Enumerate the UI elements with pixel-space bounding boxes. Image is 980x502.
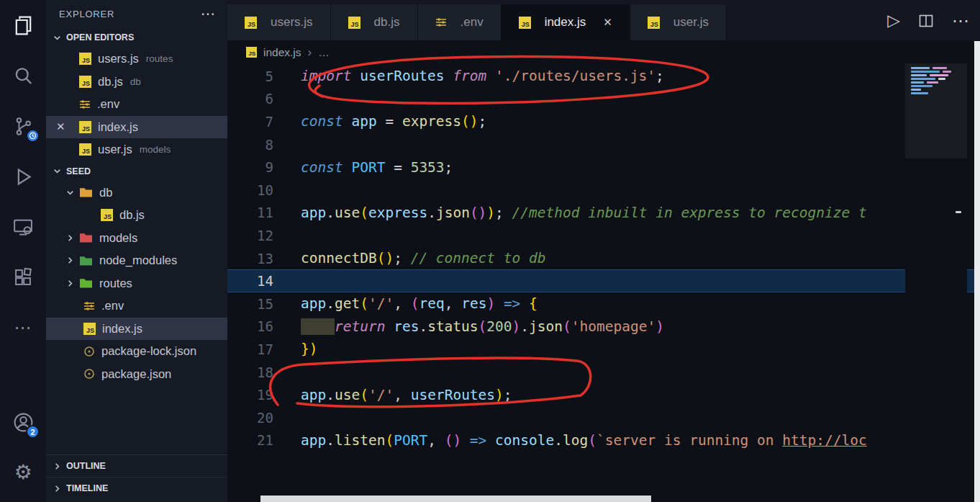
js-file-icon: JS (348, 17, 360, 29)
sidebar-header: EXPLORER ⋯ (46, 0, 227, 27)
chevron-right-icon (63, 255, 76, 266)
run-debug-icon[interactable] (0, 151, 46, 202)
gear-icon: ⚙ (14, 462, 32, 483)
tab-db.js[interactable]: JSdb.js (331, 4, 418, 40)
code-text: const app = express(); (273, 113, 486, 130)
folder-db[interactable]: db (46, 181, 227, 205)
more-actions-button[interactable]: ⋯ (952, 11, 970, 31)
minimap[interactable] (905, 63, 967, 502)
folder-node_modules[interactable]: node_modules (46, 249, 227, 272)
open-editors-list: JSusers.jsroutesJSdb.jsdb.env✕JSindex.js… (46, 48, 227, 161)
folder-icon (79, 255, 93, 266)
split-editor-button[interactable] (919, 14, 933, 27)
file-label: .env (97, 97, 119, 111)
chevron-right-icon (50, 483, 63, 494)
code-line-5[interactable]: 5import userRoutes from './routes/users.… (227, 65, 980, 88)
window-edge (974, 41, 980, 502)
file-label: db.js (119, 208, 145, 222)
code-line-19[interactable]: 19app.use('/', userRoutes); (227, 383, 980, 406)
seed-header[interactable]: SEED (46, 161, 227, 181)
search-icon[interactable] (0, 50, 46, 101)
code-line-18[interactable]: 18 (227, 361, 980, 384)
more-actions-icon[interactable]: ⋯ (201, 5, 216, 22)
code-line-16[interactable]: 16 return res.status(200).json('homepage… (227, 315, 980, 339)
explorer-icon[interactable] (0, 0, 46, 50)
file-path-hint: models (140, 144, 171, 155)
file-db.js[interactable]: JSdb.js (46, 204, 227, 227)
tab-user.js[interactable]: JSuser.js (630, 4, 727, 40)
js-file-icon: JS (519, 17, 531, 29)
timeline-label: TIMELINE (66, 483, 108, 493)
js-file-icon: JS (79, 53, 91, 65)
tab-label: user.js (673, 15, 709, 30)
open-editor-user.js[interactable]: JSuser.jsmodels (46, 138, 227, 161)
settings-gear-icon[interactable]: ⚙ (0, 447, 46, 498)
explorer-sidebar: EXPLORER ⋯ OPEN EDITORS JSusers.jsroutes… (46, 0, 227, 502)
code-line-9[interactable]: 9const PORT = 5353; (227, 156, 980, 179)
file-path-hint: routes (146, 53, 173, 64)
js-file-icon: JS (79, 76, 91, 88)
js-file-icon: JS (79, 143, 91, 156)
code-line-21[interactable]: 21app.listen(PORT, () => console.log(`se… (227, 429, 980, 452)
minimap-mark (911, 78, 935, 80)
code-line-15[interactable]: 15app.get('/', (req, res) => { (227, 292, 980, 315)
open-editor-db.js[interactable]: JSdb.jsdb (46, 71, 227, 94)
code-text: app.listen(PORT, () => console.log(`serv… (273, 432, 867, 449)
outline-header[interactable]: OUTLINE (46, 454, 227, 477)
code-line-13[interactable]: 13connectDB(); // connect to db (227, 247, 980, 270)
outline-label: OUTLINE (66, 461, 106, 471)
tab-index.js[interactable]: JSindex.js✕ (502, 4, 630, 40)
line-number: 16 (227, 318, 273, 334)
more-icon[interactable]: ⋯ (0, 302, 46, 353)
open-editors-header[interactable]: OPEN EDITORS (46, 27, 227, 48)
extensions-icon[interactable] (0, 252, 46, 302)
close-icon[interactable]: ✕ (56, 120, 65, 133)
code-line-14[interactable]: 14 (227, 269, 980, 292)
line-number: 19 (227, 387, 273, 403)
file-label: db.js (98, 75, 123, 89)
file-index.js[interactable]: JSindex.js (46, 318, 227, 341)
breadcrumb-file[interactable]: index.js (263, 46, 301, 59)
open-editor-index.js[interactable]: ✕JSindex.js (46, 116, 227, 139)
open-editor-users.js[interactable]: JSusers.jsroutes (46, 48, 227, 71)
tab-users.js[interactable]: JSusers.js (227, 4, 331, 40)
tab-.env[interactable]: .env (418, 4, 502, 40)
line-number: 15 (227, 296, 273, 312)
account-icon[interactable]: 2 (0, 397, 46, 447)
code-line-20[interactable]: 20 (227, 406, 980, 429)
code-line-8[interactable]: 8 (227, 133, 980, 156)
minimap-mark (956, 211, 961, 213)
code-line-6[interactable]: 6 (227, 88, 980, 111)
file-package-lock.json[interactable]: package-lock.json (46, 340, 227, 363)
file-package.json[interactable]: package.json (46, 363, 227, 386)
file-tree: dbJSdb.jsmodelsnode_modulesroutes.envJSi… (46, 181, 227, 386)
account-count-badge: 2 (26, 425, 40, 439)
open-editor-.env[interactable]: .env (46, 93, 227, 116)
code-line-11[interactable]: 11app.use(express.json()); //method inbu… (227, 202, 980, 225)
code-line-7[interactable]: 7const app = express(); (227, 110, 980, 133)
timeline-header[interactable]: TIMELINE (46, 477, 227, 499)
folder-models[interactable]: models (46, 227, 227, 250)
line-number: 8 (227, 137, 273, 153)
open-editors-label: OPEN EDITORS (66, 32, 134, 42)
source-control-icon[interactable] (0, 101, 46, 151)
close-icon[interactable]: ✕ (603, 16, 612, 29)
tab-label: users.js (271, 15, 313, 30)
code-line-17[interactable]: 17}) (227, 338, 980, 361)
chevron-down-icon (63, 187, 76, 198)
code-line-12[interactable]: 12 (227, 224, 980, 247)
horizontal-scrollbar-thumb[interactable] (260, 496, 651, 502)
code-editor[interactable]: 5import userRoutes from './routes/users.… (227, 63, 980, 502)
breadcrumb[interactable]: JS index.js › … (227, 41, 980, 63)
file-path-hint: db (130, 76, 141, 87)
file-label: db (99, 186, 112, 200)
line-number: 20 (227, 410, 273, 426)
minimap-mark (938, 78, 945, 80)
code-line-10[interactable]: 10 (227, 179, 980, 202)
folder-routes[interactable]: routes (46, 272, 227, 295)
chevron-right-icon: › (308, 45, 312, 60)
remote-explorer-icon[interactable] (0, 202, 46, 252)
breadcrumb-more[interactable]: … (318, 46, 330, 59)
run-button[interactable]: ▷ (887, 12, 900, 29)
file-.env[interactable]: .env (46, 295, 227, 318)
